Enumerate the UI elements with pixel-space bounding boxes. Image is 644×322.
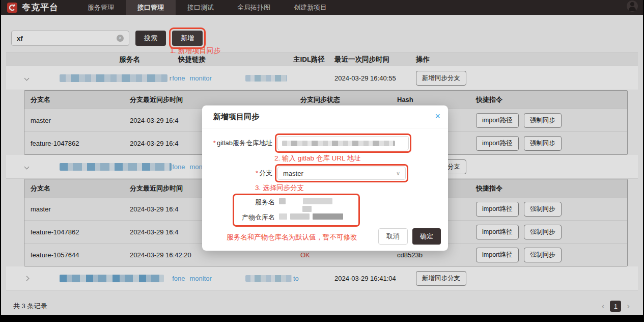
modal-header: 新增项目同步 × <box>202 105 448 128</box>
annotation-box-branch-select: master ∨ <box>275 164 408 182</box>
branch-select[interactable]: master ∨ <box>277 167 406 180</box>
repo-field-row: *gitlab服务仓库地址 <box>208 133 442 153</box>
required-asterisk: * <box>256 169 258 177</box>
repo-url-label: *gitlab服务仓库地址 <box>208 139 272 148</box>
annotation-box-repo-input <box>275 133 411 153</box>
app-window: 夸克平台 服务管理 接口管理 接口测试 全局拓扑图 创建新项目 xf × 搜索 … <box>1 0 643 315</box>
modal-body: *gitlab服务仓库地址 2. 输入 gitlab 仓库 URL 地址 *分支… <box>202 128 448 242</box>
gitlab-repo-url-input[interactable] <box>277 136 409 150</box>
required-asterisk: * <box>213 139 216 147</box>
redacted-artifact-repo-value <box>279 213 343 220</box>
add-button[interactable]: 新增 <box>172 31 203 46</box>
annotation-step2: 2. 输入 gitlab 仓库 URL 地址 <box>274 154 442 163</box>
confirm-button[interactable]: 确定 <box>412 228 441 245</box>
branch-select-value: master <box>283 170 303 177</box>
chevron-down-icon: ∨ <box>396 170 400 177</box>
redacted-service-name-value <box>279 198 332 212</box>
annotation-step1: 1. 新增项目同步 <box>170 46 221 56</box>
modal-title: 新增项目同步 <box>213 112 259 122</box>
cancel-button[interactable]: 取消 <box>378 228 408 245</box>
annotation-box-defaults: 服务名 产物仓库名 <box>233 194 360 227</box>
add-project-sync-modal: 新增项目同步 × *gitlab服务仓库地址 2. 输入 gitlab 仓库 U… <box>202 105 448 251</box>
close-icon[interactable]: × <box>435 111 440 122</box>
annotation-box-add-button: 新增 <box>169 28 206 49</box>
service-name-row: 服务名 <box>239 198 353 212</box>
artifact-repo-row: 产物仓库名 <box>239 213 353 221</box>
branch-field-row: *分支 master ∨ <box>208 164 442 182</box>
artifact-repo-label: 产物仓库名 <box>239 213 275 221</box>
modal-footer: 取消 确定 <box>378 228 441 245</box>
service-name-label: 服务名 <box>239 198 275 206</box>
redacted-repo-url <box>282 141 395 146</box>
annotation-step3: 3. 选择同步分支 <box>255 183 442 193</box>
branch-label: *分支 <box>208 169 272 178</box>
